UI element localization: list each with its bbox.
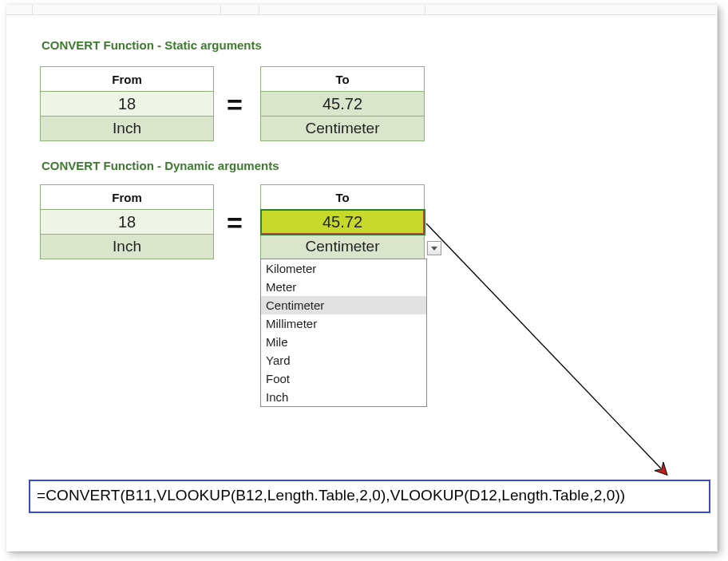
static-to-header: To: [261, 67, 425, 92]
dynamic-to-table: To 45.72 Centimeter: [260, 184, 425, 259]
unit-dropdown-list[interactable]: KilometerMeterCentimeterMillimeterMileYa…: [260, 259, 427, 407]
formula-box[interactable]: =CONVERT(B11,VLOOKUP(B12,Length.Table,2,…: [29, 480, 710, 513]
static-to-table: To 45.72 Centimeter: [260, 66, 425, 141]
chevron-down-icon: [431, 247, 437, 251]
static-from-value[interactable]: 18: [41, 92, 214, 117]
dropdown-option[interactable]: Kilometer: [261, 259, 426, 278]
static-to-value[interactable]: 45.72: [261, 92, 425, 117]
dropdown-option[interactable]: Mile: [261, 333, 426, 351]
pointer-arrow: [426, 223, 661, 468]
section-static-title: CONVERT Function - Static arguments: [42, 38, 262, 52]
static-from-unit[interactable]: Inch: [41, 117, 214, 141]
dynamic-from-table: From 18 Inch: [40, 184, 214, 259]
dropdown-option[interactable]: Yard: [261, 351, 426, 369]
dynamic-from-header: From: [41, 185, 214, 210]
dynamic-to-header: To: [261, 185, 425, 210]
column-header-bar: [6, 5, 717, 15]
equals-sign-dynamic: =: [227, 207, 243, 239]
dynamic-from-value[interactable]: 18: [41, 210, 214, 235]
equals-sign-static: =: [227, 89, 243, 120]
dynamic-to-unit[interactable]: Centimeter: [261, 235, 425, 259]
dropdown-option[interactable]: Foot: [261, 369, 426, 388]
dropdown-option[interactable]: Inch: [261, 388, 426, 406]
dropdown-option[interactable]: Meter: [261, 278, 426, 296]
static-from-header: From: [41, 67, 214, 92]
static-to-unit[interactable]: Centimeter: [261, 117, 425, 141]
dropdown-option[interactable]: Centimeter: [261, 296, 426, 314]
section-dynamic-title: CONVERT Function - Dynamic arguments: [42, 159, 279, 172]
dynamic-to-value-selected[interactable]: 45.72: [261, 210, 425, 235]
dynamic-from-unit[interactable]: Inch: [41, 235, 214, 259]
static-from-table: From 18 Inch: [40, 66, 214, 141]
dropdown-option[interactable]: Millimeter: [261, 314, 426, 333]
dropdown-trigger[interactable]: [427, 241, 441, 255]
